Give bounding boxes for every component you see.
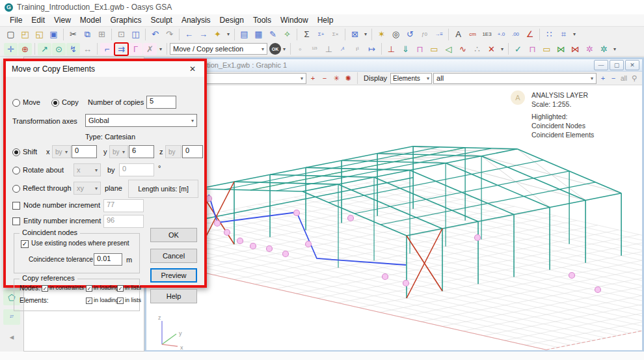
spark-icon[interactable]: ✶ <box>375 28 388 40</box>
support-display-icon[interactable]: ⊥ <box>384 43 398 55</box>
font-icon[interactable]: A <box>451 28 465 40</box>
select-move-icon[interactable]: ✛ <box>4 43 18 55</box>
nodes-in-loading-checkbox[interactable] <box>86 285 92 292</box>
ok-button[interactable]: OK <box>150 228 197 242</box>
nodes-in-lists-checkbox[interactable] <box>117 285 124 292</box>
copy-radio[interactable] <box>51 99 59 107</box>
dropdown-arrow-icon[interactable]: ▾ <box>362 28 369 40</box>
collapse-arrow-icon[interactable]: ◂ <box>3 329 20 344</box>
display-mode-select[interactable]: Elements ▾ <box>390 73 432 84</box>
selection-mode-combo[interactable]: Move / Copy selection ▾ <box>170 43 267 55</box>
copies-input[interactable]: 5 <box>146 96 176 109</box>
bowtie-red-icon[interactable]: ⋈ <box>569 43 582 55</box>
axes-select[interactable]: Global ▾ <box>85 114 197 127</box>
remove-decimal-icon[interactable]: .00 <box>509 28 522 40</box>
shift-z-input[interactable]: 0 <box>182 145 203 158</box>
select-circle-icon[interactable]: ⊕ <box>18 43 32 55</box>
delete-load-icon[interactable]: ✕ <box>485 43 498 55</box>
add-decimal-icon[interactable]: +.0 <box>494 28 508 40</box>
node-calc2-icon[interactable]: ✲ <box>597 43 611 55</box>
use-existing-checkbox[interactable] <box>21 240 29 248</box>
sketch-element-icon[interactable]: ↗ <box>38 43 51 55</box>
node-increment-checkbox[interactable] <box>12 202 20 210</box>
shift-x-input[interactable]: 0 <box>72 145 97 158</box>
menu-help[interactable]: Help <box>313 15 338 25</box>
shift-z-mode-select[interactable]: by <box>165 145 181 158</box>
paste-icon[interactable]: ⊞ <box>95 28 109 40</box>
dimension-icon[interactable]: ²⁷ <box>3 309 20 325</box>
load-arrow-icon[interactable]: ⇓ <box>399 43 412 55</box>
bowtie-green-icon[interactable]: ⋈ <box>554 43 568 55</box>
save-as-icon[interactable]: ◱ <box>33 28 46 40</box>
tri-load-icon[interactable]: ◁ <box>442 43 455 55</box>
print-preview-icon[interactable]: ◫ <box>129 28 142 40</box>
print-icon[interactable]: ⊡ <box>114 28 128 40</box>
forward-icon[interactable]: → <box>196 28 210 40</box>
exponent-icon[interactable]: 1E3 <box>480 28 494 40</box>
signal-icon[interactable]: ✺ <box>343 73 353 84</box>
dropdown-arrow-icon[interactable]: ▾ <box>571 28 578 40</box>
rotate-angle-input[interactable]: 0 <box>119 163 154 176</box>
replay-icon[interactable]: ↺ <box>403 28 417 40</box>
shift-x-mode-select[interactable]: by ▾ <box>52 145 71 158</box>
node-angle-icon[interactable]: ∠ <box>523 28 537 40</box>
open-icon[interactable]: ◰ <box>18 28 32 40</box>
tolerance-input[interactable]: 0.01 <box>94 253 122 266</box>
undo-icon[interactable]: ↶ <box>148 28 162 40</box>
sum-add-icon[interactable]: Σ+ <box>314 28 328 40</box>
save-icon[interactable]: ▣ <box>47 28 60 40</box>
elements-in-lists-checkbox[interactable] <box>117 298 124 304</box>
copy-view-icon[interactable]: ▤ <box>237 28 251 40</box>
dropdown-arrow-icon[interactable]: ▾ <box>281 43 288 55</box>
entity-increment-input[interactable]: 96 <box>103 215 144 228</box>
reflect-plane-select[interactable]: xy ▾ <box>74 182 101 195</box>
rotate-radio[interactable] <box>12 167 20 174</box>
remove-from-list-icon[interactable]: − <box>319 73 330 84</box>
menu-view[interactable]: View <box>49 15 75 25</box>
new-icon[interactable]: ▢ <box>4 28 18 40</box>
zoom-out-icon[interactable]: − <box>608 73 619 84</box>
shift-y-input[interactable]: 6 <box>129 145 154 158</box>
find-icon[interactable]: ◎ <box>389 28 403 40</box>
preview-button[interactable]: Preview <box>150 268 197 283</box>
help-button[interactable]: Help <box>150 289 197 303</box>
menu-tools[interactable]: Tools <box>248 15 276 25</box>
frame-display-icon[interactable]: ⊓ <box>526 43 539 55</box>
zoom-in-icon[interactable]: + <box>598 73 608 84</box>
menu-graphics[interactable]: Graphics <box>106 15 146 25</box>
align-icon[interactable]: ⌗ <box>557 28 570 40</box>
entity-increment-checkbox[interactable] <box>12 217 20 225</box>
table-view-icon[interactable]: ▦ <box>252 28 265 40</box>
show-all-button[interactable]: all <box>619 73 629 84</box>
move-copy-elements-icon[interactable]: ⇉ <box>114 43 128 55</box>
minimize-button[interactable]: — <box>594 60 608 70</box>
dialog-titlebar[interactable]: Move or Copy Elements ✕ <box>6 61 204 77</box>
move-radio[interactable] <box>12 99 20 107</box>
rotate-axis-select[interactable]: x ▾ <box>74 163 101 176</box>
close-icon[interactable]: ✕ <box>187 64 198 74</box>
restore-button[interactable]: ▢ <box>610 60 624 70</box>
sum-icon[interactable]: Σ <box>300 28 314 40</box>
cancel-button[interactable]: Cancel <box>150 249 197 263</box>
menu-file[interactable]: File <box>5 15 27 25</box>
dropdown-arrow-icon[interactable]: ▾ <box>611 43 618 55</box>
function-icon[interactable]: ƒ0 <box>418 28 431 40</box>
line-numbers-icon[interactable]: ⁄¹ <box>336 43 350 55</box>
edit-icon[interactable]: ✎ <box>266 28 280 40</box>
dropdown-arrow-icon[interactable]: ▾ <box>499 43 505 55</box>
wand-icon[interactable]: ✧ <box>280 28 294 40</box>
menu-design[interactable]: Design <box>215 15 248 25</box>
close-button[interactable]: ✕ <box>625 60 639 70</box>
export-icon[interactable]: ⊠ <box>348 28 362 40</box>
copy-icon[interactable]: ⧉ <box>81 28 94 40</box>
area-load-icon[interactable]: ▭ <box>427 43 441 55</box>
menu-analysis[interactable]: Analysis <box>177 15 215 25</box>
node-numbers-icon[interactable]: ¹²³ <box>308 43 321 55</box>
elements-in-loading-checkbox[interactable] <box>86 298 92 304</box>
display-list-combo[interactable]: all ▾ <box>433 73 597 84</box>
graphic-window-titlebar[interactable]: Training_Introduction_Ex1.gwb : Graphic … <box>146 59 642 72</box>
zoom-region-icon[interactable]: ⊙ <box>52 43 66 55</box>
wave-load-icon[interactable]: ∿ <box>456 43 470 55</box>
menu-edit[interactable]: Edit <box>27 15 49 25</box>
nodes-in-constraints-checkbox[interactable] <box>42 285 48 292</box>
